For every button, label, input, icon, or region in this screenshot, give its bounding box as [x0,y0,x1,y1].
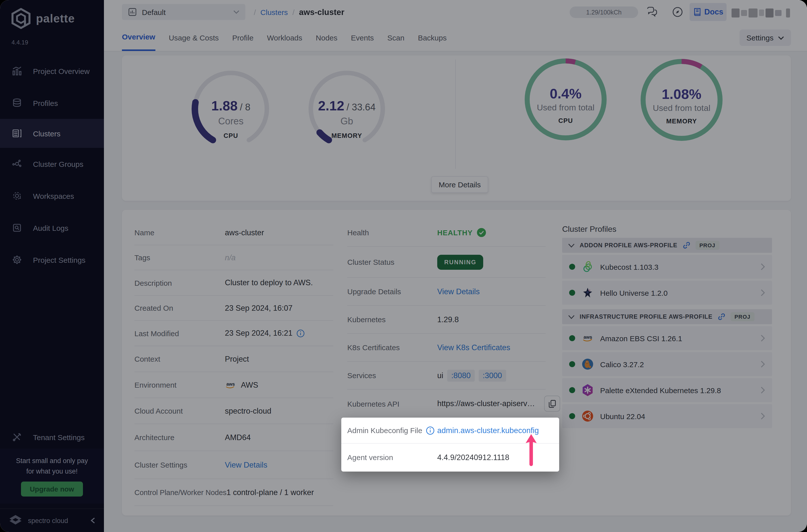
chevron-right-icon [761,263,765,270]
promo-text-line2: for what you use! [0,466,104,477]
profile-item-label: Hello Universe 1.2.0 [600,288,754,297]
project-selector[interactable]: Default [122,4,245,20]
promo-text-line1: Start small and only pay [0,449,104,466]
row-label: Cluster Settings [134,460,225,469]
tab-overview[interactable]: Overview [122,24,155,51]
status-dot [569,290,575,296]
sidebar-item-label: Profiles [33,99,58,107]
profile-item-ubuntu[interactable]: Ubuntu 22.04 [562,404,772,428]
tab-workloads[interactable]: Workloads [267,24,302,51]
cpu-gauge-label: CPU [176,132,286,139]
admin-kubeconfig-download-link[interactable]: admin.aws-cluster.kubeconfig [437,426,539,435]
profile-item-palette-extended-kubernetes[interactable]: Palette eXtended Kubernetes 1.29.8 [562,378,772,402]
ubuntu-icon [582,410,594,422]
sidebar-item-audit-logs[interactable]: Audit Logs [0,212,104,244]
row-label: Kubernetes API [347,399,437,408]
memory-unit: Gb [292,116,402,127]
status-dot [569,387,575,393]
collapse-sidebar-icon[interactable] [90,517,96,524]
sidebar-item-label: Cluster Groups [33,159,83,168]
cluster-settings-view-details-link[interactable]: View Details [225,460,267,469]
tab-usage-costs[interactable]: Usage & Costs [169,24,219,51]
sidebar-item-label: Tenant Settings [33,433,85,441]
tab-events[interactable]: Events [351,24,374,51]
row-label: Last Modified [134,329,225,338]
sidebar-item-tenant-settings[interactable]: Tenant Settings [0,421,104,453]
memory-ring-caption: Used from total [626,103,736,113]
row-value: 23 Sep 2024, 16:07 [225,303,293,312]
upgrade-view-details-link[interactable]: View Details [437,287,480,296]
docs-button[interactable]: Docs [690,3,727,21]
breadcrumb: / Clusters / aws-cluster [254,0,344,24]
chevron-down-icon [778,36,784,40]
sidebar-item-workspaces[interactable]: Workspaces [0,180,104,212]
docs-label: Docs [704,7,723,17]
service-port-link-3000[interactable]: :3000 [479,369,506,381]
row-value: Project [225,355,249,363]
sidebar-item-clusters[interactable]: Clusters [0,119,104,148]
chevron-down-icon [568,243,575,248]
row-label: Environment [134,381,225,389]
profile-item-kubecost[interactable]: Kubecost 1.103.3 [562,255,772,279]
row-label: Health [347,228,437,237]
brand-name: spectro cloud [28,517,85,524]
service-port-link-8080[interactable]: :8080 [447,369,475,381]
sidebar-item-project-overview[interactable]: Project Overview [0,55,104,87]
status-dot [569,335,575,341]
sidebar-item-profiles[interactable]: Profiles [0,87,104,119]
row-label: Admin Kubeconfig File [347,426,422,435]
palette-logo-icon [11,8,31,29]
tabs-bar: Overview Usage & Costs Profile Workloads… [104,24,807,52]
sidebar-item-cluster-groups[interactable]: Cluster Groups [0,148,104,180]
svg-text:aws: aws [226,381,235,386]
detail-row-k8s-certificates: K8s Certificates View K8s Certificates [347,334,546,362]
infrastructure-profile-section-header[interactable]: INFRASTRUCTURE PROFILE AWS-PROFILE PROJ [562,309,772,324]
detail-row-cluster-status: Cluster Status RUNNING [347,247,546,278]
chat-icon[interactable] [646,6,658,18]
memory-ring-label: MEMORY [626,117,736,125]
view-k8s-certificates-link[interactable]: View K8s Certificates [437,343,510,352]
detail-row-nodes: Control Plane/Worker Nodes 1 control-pla… [134,479,333,506]
settings-button[interactable]: Settings [739,30,791,46]
cpu-ring-label: CPU [511,117,621,125]
detail-row-environment: Environment aws AWS [134,372,333,398]
tab-nodes[interactable]: Nodes [316,24,338,51]
detail-row-health: Health HEALTHY [347,219,546,247]
copy-button[interactable] [544,396,560,412]
info-icon[interactable] [426,426,435,435]
row-value: 1 control-plane / 1 worker [227,488,314,497]
status-dot [569,413,575,419]
info-icon[interactable] [297,329,305,338]
upgrade-now-button[interactable]: Upgrade now [21,481,83,496]
breadcrumb-clusters-link[interactable]: Clusters [260,8,288,16]
profile-item-amazon-ebs-csi[interactable]: aws Amazon EBS CSI 1.26.1 [562,326,772,350]
tab-profile[interactable]: Profile [232,24,254,51]
details-right-column: Health HEALTHY Cluster Status RUNNING Up… [347,219,546,418]
tab-backups[interactable]: Backups [418,24,447,51]
aws-logo-icon: aws [225,381,237,389]
detail-row-description: Description Cluster to deploy to AWS. [134,270,333,296]
chevron-right-icon [761,335,765,342]
more-details-button[interactable]: More Details [431,176,488,193]
aws-logo-icon: aws [582,332,594,344]
audit-log-icon [12,223,22,233]
cpu-total-value: / 8 [240,102,250,112]
detail-row-upgrade-details: Upgrade Details View Details [347,278,546,306]
addon-profile-section-header[interactable]: ADDON PROFILE AWS-PROFILE PROJ [562,238,772,253]
app-version: 4.4.19 [12,39,28,46]
project-selector-value: Default [142,8,233,16]
copy-icon [548,399,556,408]
detail-row-services: Services ui :8080 :3000 [347,362,546,390]
tab-scan[interactable]: Scan [387,24,404,51]
sidebar-item-project-settings[interactable]: Project Settings [0,244,104,276]
help-compass-icon[interactable] [672,6,683,18]
cpu-used-value: 1.88 [211,98,238,113]
status-dot [569,264,575,270]
profile-item-hello-universe[interactable]: Hello Universe 1.2.0 [562,281,772,305]
row-label: Services [347,371,437,380]
profile-item-calico[interactable]: Calico 3.27.2 [562,352,772,376]
sidebar-item-label: Project Settings [33,255,86,264]
palette-logo: palette [11,8,75,29]
row-label: Tags [134,253,225,262]
tools-icon [12,432,22,442]
